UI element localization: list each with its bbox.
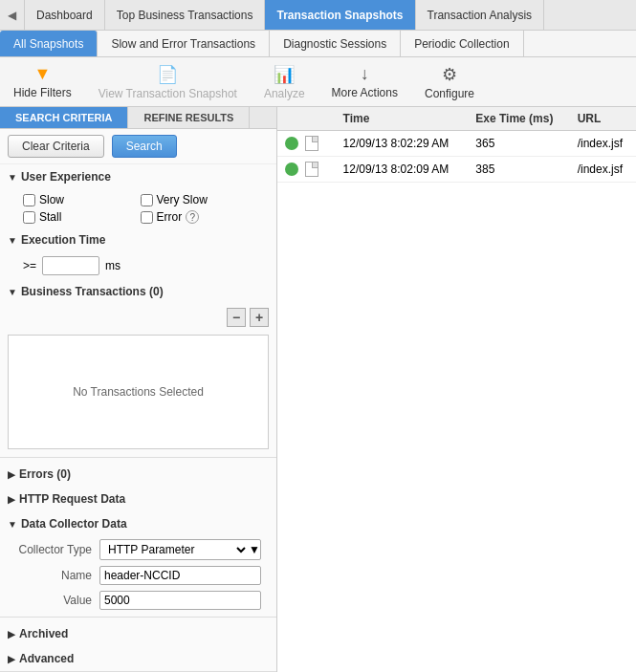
collector-type-row: Collector Type HTTP Parameter ▼: [0, 536, 276, 563]
col-url: URL: [570, 107, 636, 131]
business-transactions-header[interactable]: ▼ Business Transactions (0): [0, 279, 276, 304]
search-button[interactable]: Search: [112, 135, 177, 158]
back-button[interactable]: ◀: [0, 0, 25, 30]
bt-arrow-icon: ▼: [8, 287, 17, 297]
row-time-cell: 12/09/13 8:02:29 AM: [336, 131, 469, 157]
collector-type-select[interactable]: HTTP Parameter: [100, 540, 249, 559]
error-checkbox[interactable]: [141, 211, 153, 224]
execution-time-input[interactable]: [42, 256, 99, 275]
divider-2: [0, 617, 276, 618]
advanced-header[interactable]: ▶ Advanced: [0, 646, 276, 671]
very-slow-checkbox-item: Very Slow: [141, 193, 254, 206]
collector-value-input[interactable]: [99, 591, 261, 610]
view-snapshot-button[interactable]: 📄 View Transaction Snapshot: [93, 62, 243, 102]
tx-analysis-tab[interactable]: Transaction Analysis: [416, 0, 545, 30]
error-label: Error: [157, 210, 183, 224]
status-ok-icon: [285, 137, 298, 150]
stall-label: Stall: [39, 210, 61, 224]
tx-snapshots-tab[interactable]: Transaction Snapshots: [265, 0, 415, 30]
dc-arrow-icon: ▼: [8, 519, 17, 530]
analyze-button[interactable]: 📊 Analyze: [258, 62, 311, 102]
bt-controls: − +: [0, 304, 276, 331]
row-exe-time-cell: 385: [468, 157, 569, 183]
advanced-arrow-icon: ▶: [8, 654, 15, 664]
doc-icon: [305, 162, 318, 177]
results-table: Time Exe Time (ms) URL 12/09/13 8:02:29 …: [277, 107, 636, 183]
col-time: Time: [336, 107, 469, 131]
configure-icon: ⚙: [442, 64, 457, 85]
collector-type-label: Collector Type: [15, 543, 92, 556]
error-help-icon[interactable]: ?: [186, 210, 199, 224]
collector-value-row: Value: [0, 588, 276, 613]
row-status-cell: [277, 131, 336, 157]
http-request-header[interactable]: ▶ HTTP Request Data: [0, 487, 276, 511]
col-status: [277, 107, 336, 131]
row-status-cell: [277, 157, 336, 183]
et-arrow-icon: ▼: [8, 235, 17, 246]
clear-criteria-button[interactable]: Clear Criteria: [8, 135, 104, 158]
bt-plus-button[interactable]: +: [250, 308, 269, 327]
table-row[interactable]: 12/09/13 8:02:29 AM 365 /index.jsf: [277, 131, 636, 157]
criteria-tabs: SEARCH CRITERIA REFINE RESULTS: [0, 107, 276, 129]
refine-results-tab[interactable]: REFINE RESULTS: [128, 107, 250, 128]
collector-type-select-wrapper: HTTP Parameter ▼: [99, 539, 261, 560]
stall-checkbox[interactable]: [23, 211, 35, 224]
collector-value-label: Value: [15, 594, 92, 607]
slow-checkbox-item: Slow: [23, 193, 137, 206]
row-url-cell: /index.jsf: [570, 157, 636, 183]
configure-button[interactable]: ⚙ Configure: [419, 62, 480, 102]
main-layout: SEARCH CRITERIA REFINE RESULTS Clear Cri…: [0, 107, 636, 672]
status-ok-icon: [285, 163, 298, 176]
left-panel: SEARCH CRITERIA REFINE RESULTS Clear Cri…: [0, 107, 277, 672]
archived-arrow-icon: ▶: [8, 629, 15, 639]
collector-name-row: Name: [0, 563, 276, 588]
user-experience-options: Slow Very Slow Stall Error ?: [0, 189, 276, 228]
execution-time-header[interactable]: ▼ Execution Time: [0, 228, 276, 252]
slow-label: Slow: [39, 193, 64, 206]
user-experience-header[interactable]: ▼ User Experience: [0, 164, 276, 189]
all-snapshots-tab[interactable]: All Snapshots: [0, 31, 98, 56]
col-exe-time: Exe Time (ms): [468, 107, 569, 131]
table-header-row: Time Exe Time (ms) URL: [277, 107, 636, 131]
slow-error-tab[interactable]: Slow and Error Transactions: [98, 31, 270, 56]
analyze-icon: 📊: [274, 64, 295, 85]
top-navigation: ◀ Dashboard Top Business Transactions Tr…: [0, 0, 636, 31]
search-criteria-tab[interactable]: SEARCH CRITERIA: [0, 107, 128, 128]
divider-1: [0, 457, 276, 458]
diagnostic-tab[interactable]: Diagnostic Sessions: [270, 31, 401, 56]
hide-filters-button[interactable]: ▼ Hide Filters: [8, 62, 77, 101]
collector-name-input[interactable]: [99, 566, 261, 585]
btn-row: Clear Criteria Search: [0, 129, 276, 164]
second-navigation: All Snapshots Slow and Error Transaction…: [0, 31, 636, 57]
table-row[interactable]: 12/09/13 8:02:09 AM 385 /index.jsf: [277, 157, 636, 183]
http-arrow-icon: ▶: [8, 494, 15, 505]
error-checkbox-item: Error ?: [141, 210, 254, 224]
row-time-cell: 12/09/13 8:02:09 AM: [336, 157, 469, 183]
errors-header[interactable]: ▶ Errors (0): [0, 462, 276, 487]
row-exe-time-cell: 365: [468, 131, 569, 157]
collector-name-label: Name: [15, 569, 92, 582]
slow-checkbox[interactable]: [23, 194, 35, 206]
top-bt-tab[interactable]: Top Business Transactions: [105, 0, 266, 30]
toolbar: ▼ Hide Filters 📄 View Transaction Snapsh…: [0, 57, 636, 107]
very-slow-label: Very Slow: [157, 193, 208, 206]
more-actions-icon: ↓: [361, 64, 369, 84]
ue-arrow-icon: ▼: [8, 172, 17, 183]
bt-empty-box: No Transactions Selected: [8, 335, 269, 449]
row-url-cell: /index.jsf: [570, 131, 636, 157]
snapshot-icon: 📄: [157, 64, 178, 85]
more-actions-button[interactable]: ↓ More Actions: [326, 62, 404, 101]
select-arrow-icon: ▼: [249, 543, 260, 556]
doc-icon: [305, 136, 318, 151]
data-collector-header[interactable]: ▼ Data Collector Data: [0, 511, 276, 536]
stall-checkbox-item: Stall: [23, 210, 137, 224]
dashboard-tab[interactable]: Dashboard: [25, 0, 105, 30]
execution-time-row: >= ms: [0, 252, 276, 279]
right-panel: Time Exe Time (ms) URL 12/09/13 8:02:29 …: [277, 107, 636, 672]
archived-header[interactable]: ▶ Archived: [0, 621, 276, 646]
filter-icon: ▼: [33, 64, 51, 84]
bt-minus-button[interactable]: −: [227, 308, 246, 327]
errors-arrow-icon: ▶: [8, 469, 15, 480]
very-slow-checkbox[interactable]: [141, 194, 153, 206]
periodic-tab[interactable]: Periodic Collection: [401, 31, 523, 56]
